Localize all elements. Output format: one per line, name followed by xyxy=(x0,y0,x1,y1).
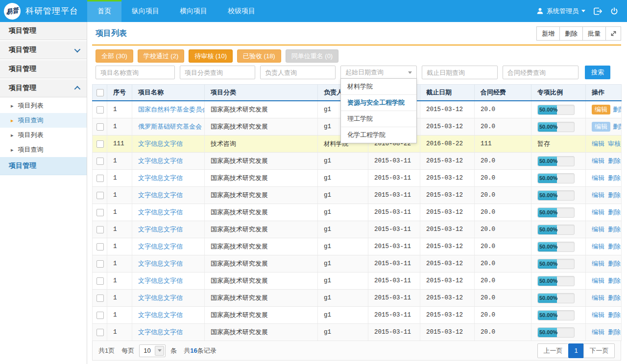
action-link-0[interactable]: 编辑 xyxy=(592,226,604,233)
row-checkbox[interactable] xyxy=(96,106,104,114)
action-link-0[interactable]: 编辑 xyxy=(592,140,604,147)
dropdown-item-3[interactable]: 化学工程学院 xyxy=(341,127,416,143)
row-checkbox[interactable] xyxy=(96,312,104,319)
project-name-link[interactable]: 文字信息文字信 xyxy=(138,328,183,336)
table-row-10: 1文字信息文字信国家高技术研究发展g12015-03-112015-03-122… xyxy=(93,255,622,273)
sidebar-group-8[interactable]: 项目管理 xyxy=(0,157,87,175)
project-name-link[interactable]: 文字信息文字信 xyxy=(138,260,183,267)
filter-button-1[interactable]: 学校通过 (2) xyxy=(138,49,185,63)
select-all-checkbox[interactable] xyxy=(96,89,104,96)
row-checkbox[interactable] xyxy=(96,329,104,336)
action-link-0[interactable]: 编辑 xyxy=(592,311,604,318)
action-link-1[interactable]: 删除 xyxy=(613,123,622,130)
project-name-link[interactable]: 文字信息文字信 xyxy=(138,174,183,182)
search-input-2[interactable] xyxy=(260,66,336,79)
action-link-0[interactable]: 编辑 xyxy=(592,191,604,199)
dropdown-item-1[interactable]: 资源与安全工程学院 xyxy=(341,95,416,111)
cell-owner: g1 xyxy=(318,238,368,255)
filter-button-0[interactable]: 全部 (30) xyxy=(96,49,133,63)
per-page-select[interactable]: 10 xyxy=(139,344,166,357)
row-checkbox[interactable] xyxy=(96,158,104,165)
action-button-0[interactable]: 编辑 xyxy=(592,105,610,114)
action-link-0[interactable]: 编辑 xyxy=(592,243,604,250)
project-name-link[interactable]: 文字信息文字信 xyxy=(138,208,183,216)
power-icon[interactable] xyxy=(610,7,618,15)
search-input-1[interactable] xyxy=(180,66,255,79)
project-name-link[interactable]: 文字信息文字信 xyxy=(138,157,183,164)
action-link-1[interactable]: 审核 xyxy=(608,140,621,147)
row-checkbox[interactable] xyxy=(96,226,104,233)
search-input-0[interactable] xyxy=(96,66,175,79)
nav-tab-3[interactable]: 校级项目 xyxy=(217,0,265,22)
expand-icon[interactable] xyxy=(605,26,621,41)
project-name-link[interactable]: 国家自然科学基金委员会 xyxy=(138,106,205,113)
row-checkbox[interactable] xyxy=(96,140,104,148)
action-link-1[interactable]: 删除 xyxy=(608,294,621,301)
action-link-1[interactable]: 删除 xyxy=(608,260,621,267)
sidebar-group-2[interactable]: 项目管理 xyxy=(0,60,87,78)
nav-tab-2[interactable]: 横向项目 xyxy=(169,0,217,22)
prev-page-button[interactable]: 上一页 xyxy=(537,343,569,358)
action-link-1[interactable]: 删除 xyxy=(608,208,621,216)
next-page-button[interactable]: 下一页 xyxy=(583,343,615,358)
user-menu[interactable]: 系统管理员 xyxy=(536,7,585,16)
project-name-link[interactable]: 文字信息文字信 xyxy=(138,294,183,301)
dropdown-item-0[interactable]: 材料学院 xyxy=(341,79,416,95)
logout-icon[interactable] xyxy=(593,7,603,15)
action-link-1[interactable]: 删除 xyxy=(608,174,621,182)
filter-button-2[interactable]: 待审核 (10) xyxy=(189,49,233,63)
action-link-1[interactable]: 删除 xyxy=(613,106,622,113)
project-name-link[interactable]: 文字信息文字信 xyxy=(138,311,183,318)
action-link-1[interactable]: 删除 xyxy=(608,191,621,199)
action-link-0[interactable]: 编辑 xyxy=(592,157,604,164)
action-link-0[interactable]: 编辑 xyxy=(592,277,604,284)
sidebar-item-7[interactable]: ▸项目查询 xyxy=(0,142,87,157)
project-name-link[interactable]: 文字信息文字信 xyxy=(138,243,183,250)
row-checkbox[interactable] xyxy=(96,175,104,182)
column-header-5: 截止日期 xyxy=(420,85,475,101)
action-link-1[interactable]: 删除 xyxy=(608,226,621,233)
sidebar-group-0[interactable]: 项目管理 xyxy=(0,22,87,40)
nav-tab-1[interactable]: 纵向项目 xyxy=(121,0,169,22)
sidebar-group-3[interactable]: 项目管理 xyxy=(0,79,87,97)
row-checkbox[interactable] xyxy=(96,123,104,131)
filter-button-3[interactable]: 已验收 (18) xyxy=(237,49,281,63)
action-link-0[interactable]: 编辑 xyxy=(592,328,604,336)
toolbar-button-1[interactable]: 删除 xyxy=(559,26,583,41)
row-checkbox[interactable] xyxy=(96,260,104,268)
row-checkbox[interactable] xyxy=(96,192,104,199)
action-button-0[interactable]: 编辑 xyxy=(592,122,610,132)
row-checkbox[interactable] xyxy=(96,243,104,250)
project-name-link[interactable]: 文字信息文字信 xyxy=(138,140,183,147)
project-name-link[interactable]: 文字信息文字信 xyxy=(138,277,183,284)
start-date-select[interactable]: 起始日期查询 xyxy=(340,66,417,79)
project-name-link[interactable]: 文字信息文字信 xyxy=(138,226,183,233)
row-checkbox[interactable] xyxy=(96,209,104,216)
action-link-1[interactable]: 删除 xyxy=(608,328,621,336)
project-name-link[interactable]: 文字信息文字信 xyxy=(138,191,183,199)
action-link-1[interactable]: 删除 xyxy=(608,277,621,284)
row-checkbox[interactable] xyxy=(96,277,104,285)
sidebar-group-1[interactable]: 项目管理 xyxy=(0,41,87,59)
action-link-0[interactable]: 编辑 xyxy=(592,260,604,267)
search-button[interactable]: 搜索 xyxy=(585,66,610,79)
current-page-button[interactable]: 1 xyxy=(568,343,584,358)
toolbar-button-2[interactable]: 批量 xyxy=(582,26,606,41)
project-name-link[interactable]: 俄罗斯基础研究基金会 xyxy=(138,123,202,130)
action-link-0[interactable]: 编辑 xyxy=(592,294,604,301)
sidebar-item-4[interactable]: ▸项目列表 xyxy=(0,98,87,113)
search-input-3[interactable] xyxy=(422,66,498,79)
dropdown-item-2[interactable]: 理工学院 xyxy=(341,111,416,127)
action-link-1[interactable]: 删除 xyxy=(608,311,621,318)
toolbar-button-0[interactable]: 新增 xyxy=(536,26,560,41)
search-input-4[interactable] xyxy=(503,66,579,79)
action-link-0[interactable]: 编辑 xyxy=(592,208,604,216)
row-checkbox[interactable] xyxy=(96,295,104,302)
action-link-1[interactable]: 删除 xyxy=(608,157,621,164)
nav-tab-0[interactable]: 首页 xyxy=(87,0,121,22)
sidebar-item-6[interactable]: ▸项目列表 xyxy=(0,128,87,142)
action-link-1[interactable]: 删除 xyxy=(608,243,621,250)
sidebar-item-5[interactable]: ▸项目查询 xyxy=(0,113,87,128)
action-link-0[interactable]: 编辑 xyxy=(592,174,604,182)
ratio-progress-fill: 50.00% xyxy=(538,105,557,114)
